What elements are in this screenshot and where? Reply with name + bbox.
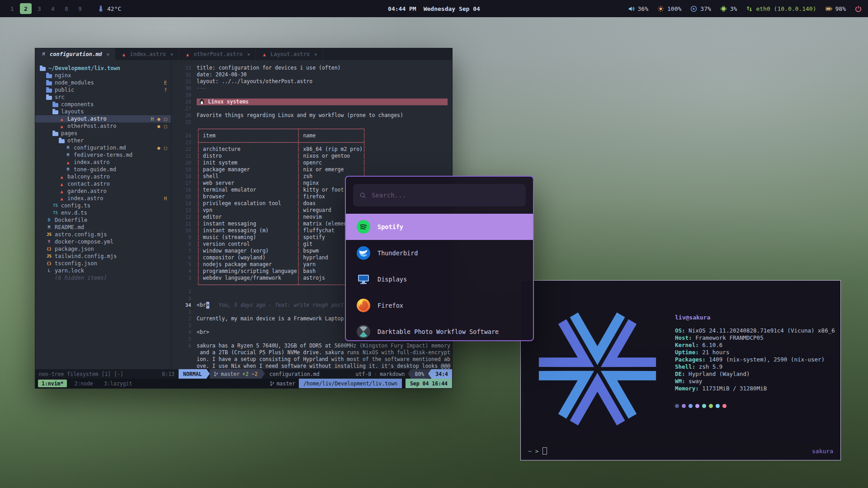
tree-item[interactable]: Mtone-guide.md [35,166,171,173]
table-border: │ [197,132,203,139]
module-power[interactable] [855,5,862,12]
info-label: Uptime: [675,349,702,356]
app-item-firefox[interactable]: Firefox [346,292,533,319]
shell-prompt[interactable]: ~ > [528,447,547,455]
tree-item[interactable]: public? [35,86,171,94]
tab-close-icon[interactable]: × [107,52,110,57]
app-item-thunderbird[interactable]: Thunderbird [346,240,533,266]
line-number: 22 [171,146,197,153]
tree-item[interactable]: pages [35,130,171,137]
clock-time: 04:44 PM [388,5,416,12]
tree-item[interactable]: DDockerfile [35,216,171,224]
tree-item[interactable]: ▲contact.astro [35,180,171,188]
tree-item[interactable]: ▲balcony.astro [35,173,171,180]
module-volume[interactable]: 36% [628,5,648,12]
table-border: │ [197,166,203,173]
info-line: DE: Hyprland (Wayland) [675,371,835,378]
table-border: │ [297,180,303,187]
line-number: 12 [171,214,197,221]
tree-item[interactable]: ▲index.astroH [35,195,171,202]
tab-index.astro[interactable]: ▲index.astro× [115,48,179,60]
tab-close-icon[interactable]: × [247,52,250,57]
module-network[interactable]: eth0 (10.0.0.140) [746,5,816,12]
buffer-line: 25 [171,119,452,126]
line-number: 28 [171,99,197,105]
neo-tree-panel: ~/Development/liv.townnginxnode_modulesE… [35,60,171,369]
buffer-line: 21│ distro │ nixos or gentoo │ [171,153,452,160]
app-item-darktable-photo-workflow-software[interactable]: Darktable Photo Workflow Software [346,319,533,341]
tree-item[interactable]: (6 hidden items) [35,274,171,282]
tree-item[interactable]: layouts [35,108,171,115]
app-item-spotify[interactable]: Spotify [346,214,533,240]
module-cpu[interactable]: 3% [720,5,737,12]
tab-configuration.md[interactable]: Mconfiguration.md× [35,48,115,60]
table-border: │ [197,214,203,221]
launcher-searchbox[interactable] [353,184,526,206]
tree-item[interactable]: Lyarn.lock [35,267,171,274]
workspace-button-1[interactable]: 1 [6,3,18,14]
info-value: 6.10.6 [702,342,722,348]
table-border: │ [363,132,366,139]
cpu-icon [720,5,727,12]
astro-file-icon: ▲ [59,174,65,179]
module-brightness[interactable]: 100% [657,5,681,12]
tree-item[interactable]: ▲Layout.astroH ● □ [35,115,171,122]
astro-file-icon: ▲ [59,182,65,187]
temperature-module[interactable]: 42°C [98,5,121,12]
tab-Layout.astro[interactable]: ▲Layout.astro× [256,48,323,60]
tree-item[interactable]: components [35,101,171,108]
workspace-button-4[interactable]: 4 [47,3,59,14]
folder-icon [52,110,58,114]
tree-item-label: public [55,87,74,93]
battery-icon [826,5,832,12]
tree-item[interactable]: JSastro.config.mjs [35,231,171,238]
tree-item[interactable]: {}tsconfig.json [35,260,171,267]
tab-close-icon[interactable]: × [170,52,174,57]
git-branch-label: master [221,371,240,377]
tree-item[interactable]: ▲index.astro [35,159,171,166]
tree-item[interactable]: TSconfig.ts [35,202,171,209]
tree-item[interactable]: MREADME.md [35,224,171,231]
table-cell: init system [203,160,297,166]
tree-item[interactable]: node_modulesE [35,79,171,86]
workspace-button-8[interactable]: 8 [61,3,72,14]
tmux-window-2:node[interactable]: 2:node [71,380,97,387]
tree-item[interactable]: TSenv.d.ts [35,209,171,216]
folder-icon [40,67,46,71]
table-border: │ [297,275,303,282]
workspace-button-9[interactable]: 9 [74,3,86,14]
tree-item[interactable]: ▲otherPost.astro● □ [35,122,171,130]
app-item-displays[interactable]: Displays [346,266,533,292]
tree-item[interactable]: Mconfiguration.md● □ [35,144,171,151]
line-number: 3 [171,322,197,329]
tree-item[interactable]: Ydocker-compose.yml [35,238,171,245]
tree-item-label: other [67,137,84,144]
module-disk[interactable]: 37% [690,5,711,12]
workspace-button-2[interactable]: 2 [20,3,32,14]
tree-item[interactable]: other [35,137,171,144]
fastfetch-user-host: liv@sakura [675,314,835,321]
app-item-label: Displays [377,276,407,283]
status-modules: 36%100%37%3%eth0 (10.0.0.140)98% [628,5,862,12]
search-input[interactable] [371,191,519,199]
tree-item[interactable]: {}package.json [35,245,171,253]
tree-item[interactable]: Mfediverse-terms.md [35,151,171,159]
scroll-progress: 80% [411,369,429,379]
tmux-window-3:lazygit[interactable]: 3:lazygit [100,380,136,387]
tree-item-label: astro.config.mjs [55,231,107,238]
tree-item[interactable]: src [35,94,171,101]
tree-item[interactable]: ▲garden.astro [35,188,171,195]
workspace-button-3[interactable]: 3 [33,3,45,14]
tree-item[interactable]: JStailwind.config.mjs [35,253,171,260]
tree-item[interactable]: nginx [35,72,171,79]
git-status-badge: ● □ [157,145,167,150]
disk-label: 37% [700,5,711,12]
tab-otherPost.astro[interactable]: ▲otherPost.astro× [179,48,256,60]
module-battery[interactable]: 98% [826,5,846,12]
tmux-window-1:nvim*[interactable]: 1:nvim* [38,380,67,387]
tab-close-icon[interactable]: × [314,52,317,57]
line-number: 6 [171,343,197,349]
clock[interactable]: 04:44 PM Wednesday Sep 04 [388,5,480,12]
prompt-symbol: > [535,448,539,455]
tree-root[interactable]: ~/Development/liv.town [35,65,171,72]
